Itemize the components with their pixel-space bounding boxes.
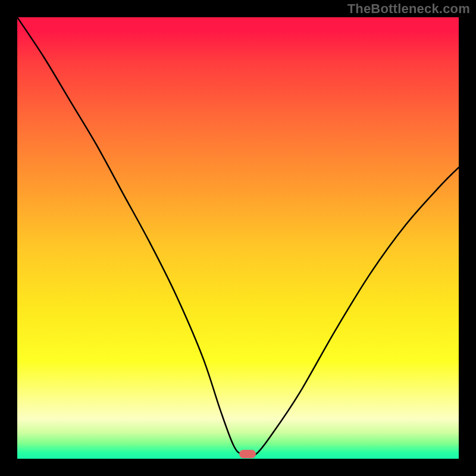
optimal-point-marker [239, 450, 256, 458]
chart-container: TheBottleneck.com [0, 0, 476, 476]
watermark-text: TheBottleneck.com [347, 1, 470, 17]
curve-path [17, 17, 459, 456]
bottleneck-curve [17, 17, 459, 459]
plot-area [17, 17, 459, 459]
